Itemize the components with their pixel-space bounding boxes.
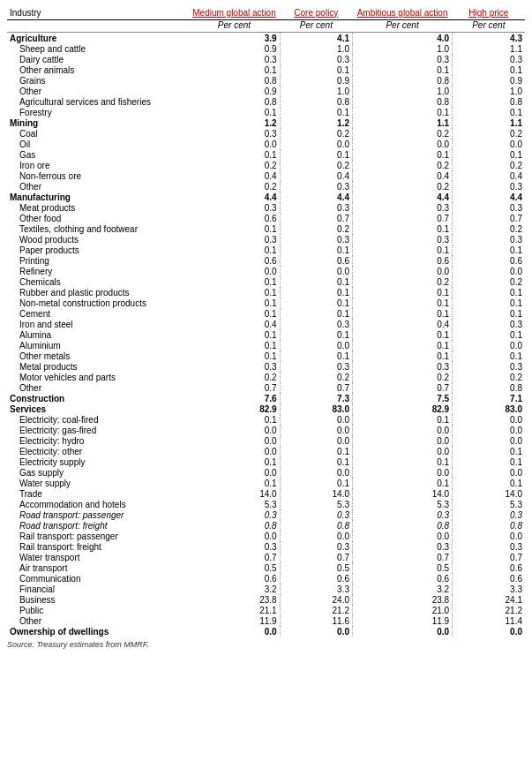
ambitious-cell: 0.2 [353,128,453,139]
industry-cell: Other [7,615,189,626]
medium-cell: 23.8 [189,594,280,605]
industry-cell: Water transport [7,552,189,562]
core-cell: 0.0 [280,266,352,276]
ambitious-cell: 0.0 [353,435,453,446]
table-row: Forestry0.10.10.10.1 [7,107,525,117]
table-row: Other food0.60.70.70.7 [7,213,525,223]
industry-cell: Chemicals [7,276,189,287]
core-cell: 0.7 [280,213,352,223]
core-cell: 0.8 [280,96,352,107]
high-cell: 0.7 [453,552,525,562]
medium-cell: 0.1 [189,245,280,255]
industry-cell: Paper products [7,245,189,255]
ambitious-cell: 0.7 [353,552,453,562]
industry-cell: Ownership of dwellings [7,626,189,637]
high-cell: 0.2 [453,160,525,170]
high-cell: 0.0 [453,425,525,435]
core-cell: 1.0 [280,86,352,96]
medium-cell: 0.1 [189,308,280,319]
core-cell: 1.0 [280,43,352,54]
core-cell: 0.1 [280,478,352,488]
high-cell: 0.1 [453,245,525,255]
ambitious-cell: 4.4 [353,192,453,202]
main-table: Industry Medium global action Core polic… [7,7,525,637]
industry-cell: Public [7,605,189,615]
core-cell: 0.4 [280,170,352,181]
medium-cell: 0.1 [189,149,280,160]
ambitious-cell: 0.3 [353,509,453,520]
column-group-header-row: Industry Medium global action Core polic… [7,7,525,19]
medium-cell: 0.0 [189,467,280,478]
medium-cell: 0.3 [189,541,280,552]
table-row: Other animals0.10.10.10.1 [7,64,525,75]
core-cell: 0.2 [280,128,352,139]
high-cell: 3.3 [453,584,525,594]
ambitious-cell: 0.1 [353,478,453,488]
medium-cell: 0.3 [189,54,280,64]
high-cell: 1.0 [453,86,525,96]
table-row: Dairy cattle0.30.30.30.3 [7,54,525,64]
table-row: Printing0.60.60.60.6 [7,255,525,266]
industry-cell: Electricity supply [7,456,189,467]
ambitious-cell: 0.1 [353,340,453,351]
ambitious-cell: 0.6 [353,573,453,584]
industry-cell: Forestry [7,107,189,117]
ambitious-cell: 0.0 [353,425,453,435]
ambitious-cell: 5.3 [353,499,453,509]
table-row: Textiles, clothing and footwear0.10.20.1… [7,223,525,234]
core-cell: 0.2 [280,372,352,382]
table-row: Refinery0.00.00.00.0 [7,266,525,276]
medium-cell: 0.9 [189,43,280,54]
medium-cell: 0.6 [189,255,280,266]
table-row: Wood products0.30.30.30.3 [7,234,525,245]
medium-cell: 0.0 [189,425,280,435]
medium-cell: 0.9 [189,86,280,96]
industry-cell: Air transport [7,562,189,573]
core-cell: 0.3 [280,509,352,520]
ambitious-cell: 1.1 [353,117,453,128]
medium-cell: 0.3 [189,128,280,139]
industry-cell: Trade [7,488,189,499]
core-cell: 0.0 [280,435,352,446]
industry-cell: Non-ferrous ore [7,170,189,181]
medium-cell: 0.7 [189,552,280,562]
table-row: Alumina0.10.10.10.1 [7,329,525,340]
medium-cell: 1.2 [189,117,280,128]
ambitious-cell: 0.5 [353,562,453,573]
industry-cell: Accommodation and hotels [7,499,189,509]
table-row: Water transport0.70.70.70.7 [7,552,525,562]
industry-cell: Gas supply [7,467,189,478]
industry-cell: Construction [7,393,189,403]
medium-cell: 0.1 [189,456,280,467]
table-row: Other0.20.30.20.3 [7,181,525,192]
high-cell: 0.8 [453,520,525,531]
medium-cell: 0.1 [189,276,280,287]
table-row: Other0.70.70.70.8 [7,382,525,393]
industry-cell: Manufacturing [7,192,189,202]
high-cell: 0.1 [453,149,525,160]
core-cell: 0.1 [280,149,352,160]
table-row: Rubber and plastic products0.10.10.10.1 [7,287,525,298]
core-cell: 83.0 [280,403,352,414]
industry-cell: Aluminium [7,340,189,351]
ambitious-cell: 0.2 [353,160,453,170]
medium-cell: 0.1 [189,478,280,488]
table-row: Chemicals0.10.10.20.2 [7,276,525,287]
medium-cell: 7.6 [189,393,280,403]
industry-cell: Electricity: gas-fired [7,425,189,435]
industry-cell: Rail transport: passenger [7,531,189,541]
ambitious-cell: 21.0 [353,605,453,615]
core-cell: 0.3 [280,202,352,213]
ambitious-cell: 0.2 [353,276,453,287]
industry-cell: Iron and steel [7,319,189,329]
medium-cell: 0.0 [189,446,280,456]
high-cell: 0.6 [453,562,525,573]
medium-cell: 3.9 [189,33,280,44]
table-row: Electricity: other0.00.10.00.1 [7,446,525,456]
medium-cell: 0.1 [189,340,280,351]
high-cell: 24.1 [453,594,525,605]
table-row: Grains0.80.90.80.9 [7,75,525,86]
core-cell: 0.2 [280,160,352,170]
medium-cell: 0.0 [189,531,280,541]
ambitious-cell: 0.7 [353,382,453,393]
